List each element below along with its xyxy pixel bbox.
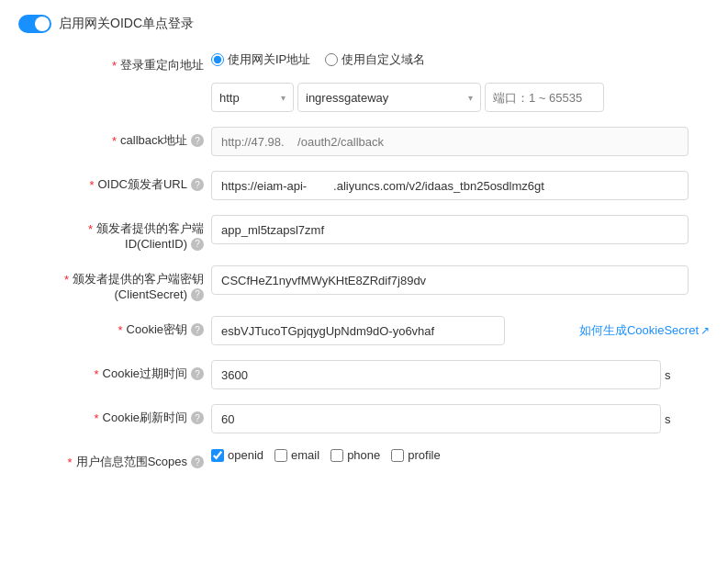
scope-email-label: email (291, 448, 319, 462)
callback-url-label: * callback地址 ? (28, 127, 211, 149)
cookie-refresh-unit: s (665, 412, 671, 426)
scope-openid-checkbox[interactable] (211, 449, 224, 462)
required-star-4: * (88, 222, 93, 236)
required-star-6: * (118, 323, 122, 337)
redirect-address-label: * 登录重定向地址 (28, 51, 211, 73)
host-select[interactable]: ingressgateway ▾ (297, 83, 481, 112)
cookie-refresh-help-icon[interactable]: ? (191, 411, 204, 424)
scope-phone-label: phone (347, 448, 380, 462)
url-row: http ▾ ingressgateway ▾ (211, 83, 604, 112)
user-scopes-content: openid email phone profile (211, 448, 710, 462)
scope-profile-label: profile (408, 448, 440, 462)
cookie-expire-content: s (211, 360, 710, 389)
cookie-input-wrapper (211, 316, 572, 345)
cookie-expire-unit: s (665, 368, 671, 382)
redirect-address-content: 使用网关IP地址 使用自定义域名 http ▾ ingressgateway ▾ (211, 51, 710, 112)
external-link-icon: ↗ (700, 324, 710, 337)
refresh-full-row: s (211, 404, 710, 433)
user-scopes-row: * 用户信息范围Scopes ? openid email phone (28, 448, 710, 478)
cookie-refresh-input[interactable] (211, 404, 661, 433)
required-star-2: * (112, 134, 117, 148)
expire-full-row: s (211, 360, 710, 389)
client-secret-label: * 颁发者提供的客户端密钥 (ClientSecret) ? (28, 265, 211, 301)
client-secret-help-icon[interactable]: ? (191, 288, 204, 301)
cookie-expire-help-icon[interactable]: ? (191, 367, 204, 380)
host-arrow: ▾ (468, 93, 473, 103)
cookie-expire-label: * Cookie过期时间 ? (28, 360, 211, 382)
client-id-content (211, 215, 710, 244)
client-id-help-icon[interactable]: ? (191, 238, 204, 251)
oidc-issuer-row: * OIDC颁发者URL ? (28, 171, 710, 200)
required-star-9: * (68, 456, 73, 469)
user-scopes-label: * 用户信息范围Scopes ? (28, 448, 211, 470)
scope-openid[interactable]: openid (211, 448, 263, 462)
callback-url-content (211, 127, 710, 156)
form-section: * 登录重定向地址 使用网关IP地址 使用自定义域名 http ▾ (18, 51, 710, 478)
cookie-expire-row: * Cookie过期时间 ? s (28, 360, 710, 389)
scope-profile-checkbox[interactable] (391, 449, 404, 462)
user-scopes-help-icon[interactable]: ? (191, 456, 204, 468)
redirect-radio-group: 使用网关IP地址 使用自定义域名 (211, 51, 425, 68)
client-secret-row: * 颁发者提供的客户端密钥 (ClientSecret) ? (28, 265, 710, 301)
scope-email[interactable]: email (274, 448, 319, 462)
callback-help-icon[interactable]: ? (191, 134, 204, 147)
cookie-expire-input[interactable] (211, 360, 661, 389)
callback-url-row: * callback地址 ? (28, 127, 710, 156)
scope-openid-label: openid (228, 448, 263, 462)
scope-phone-checkbox[interactable] (330, 449, 343, 462)
required-star-3: * (89, 178, 94, 192)
oidc-input-wrapper (211, 171, 689, 200)
protocol-select[interactable]: http ▾ (211, 83, 294, 112)
cookie-secret-content: 如何生成CookieSecret ↗ (211, 316, 710, 345)
callback-url-input[interactable] (211, 127, 689, 156)
cookie-secret-link[interactable]: 如何生成CookieSecret ↗ (579, 322, 710, 339)
oidc-issuer-label: * OIDC颁发者URL ? (28, 171, 211, 193)
client-id-row: * 颁发者提供的客户端 ID(ClientID) ? (28, 215, 710, 251)
cookie-secret-row: * Cookie密钥 ? 如何生成CookieSecret ↗ (28, 316, 710, 345)
scope-phone[interactable]: phone (330, 448, 380, 462)
client-id-input[interactable] (211, 215, 689, 244)
required-star-7: * (94, 367, 98, 381)
required-star-5: * (64, 273, 69, 287)
callback-input-wrapper (211, 127, 689, 156)
oidc-help-icon[interactable]: ? (191, 178, 204, 191)
scope-email-checkbox[interactable] (274, 449, 287, 462)
redirect-address-row: * 登录重定向地址 使用网关IP地址 使用自定义域名 http ▾ (28, 51, 710, 112)
scope-profile[interactable]: profile (391, 448, 440, 462)
enable-toggle[interactable] (18, 15, 51, 33)
oidc-issuer-input[interactable] (211, 171, 689, 200)
header-title: 启用网关OIDC单点登录 (59, 16, 194, 32)
radio-gateway-ip[interactable]: 使用网关IP地址 (211, 51, 310, 68)
required-star-8: * (94, 411, 98, 425)
cookie-refresh-label: * Cookie刷新时间 ? (28, 404, 211, 426)
client-id-input-wrapper (211, 215, 689, 244)
cookie-secret-input[interactable] (211, 316, 505, 345)
port-input[interactable] (485, 83, 604, 112)
cookie-secret-label: * Cookie密钥 ? (28, 316, 211, 338)
client-secret-input[interactable] (211, 265, 689, 295)
header-row: 启用网关OIDC单点登录 (18, 15, 710, 33)
protocol-arrow: ▾ (281, 93, 286, 103)
client-secret-content (211, 265, 710, 295)
required-star: * (112, 59, 117, 73)
cookie-refresh-content: s (211, 404, 710, 433)
client-id-label: * 颁发者提供的客户端 ID(ClientID) ? (28, 215, 211, 251)
oidc-issuer-content (211, 171, 710, 200)
cookie-refresh-row: * Cookie刷新时间 ? s (28, 404, 710, 433)
scopes-options-row: openid email phone profile (211, 448, 441, 462)
radio-custom-domain[interactable]: 使用自定义域名 (325, 51, 425, 68)
cookie-secret-row-inner: 如何生成CookieSecret ↗ (211, 316, 710, 345)
client-secret-input-wrapper (211, 265, 689, 295)
cookie-secret-help-icon[interactable]: ? (191, 323, 204, 336)
